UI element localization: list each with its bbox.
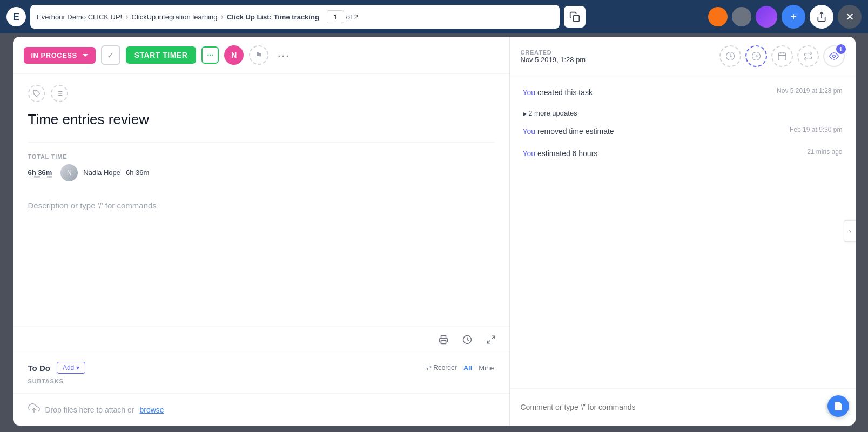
svg-line-12 bbox=[487, 341, 490, 343]
add-button[interactable]: + bbox=[782, 5, 805, 29]
start-timer-label: START TIMER bbox=[134, 51, 188, 59]
ellipsis-icon: ··· bbox=[207, 51, 213, 59]
expand-icon[interactable] bbox=[483, 332, 499, 347]
filter-mine-button[interactable]: Mine bbox=[479, 364, 494, 372]
browse-link[interactable]: browse bbox=[139, 406, 164, 414]
time-tracking-icon-button[interactable] bbox=[719, 45, 741, 67]
description-field[interactable]: Description or type '/' for commands bbox=[28, 192, 494, 219]
activity-item-0: You created this task Nov 5 2019 at 1:28… bbox=[523, 87, 843, 98]
right-panel: CREATED Nov 5 2019, 1:28 pm bbox=[510, 37, 856, 426]
right-panel-header: CREATED Nov 5 2019, 1:28 pm bbox=[510, 37, 856, 76]
attach-area: Drop files here to attach or browse bbox=[13, 393, 509, 426]
activity-actor-2: You bbox=[523, 149, 536, 158]
subtasks-label: SUBTASKS bbox=[28, 378, 494, 384]
activity-time-2: 21 mins ago bbox=[807, 148, 842, 156]
activity-text-2: You estimated 6 hours bbox=[523, 148, 598, 159]
notes-fab-button[interactable] bbox=[827, 395, 849, 417]
assignee-avatar[interactable]: N bbox=[224, 45, 244, 65]
modal-overlay: IN PROCESS ✓ START TIMER ··· N ⚑ ··· bbox=[0, 33, 868, 432]
breadcrumb-section[interactable]: ClickUp integration learning bbox=[132, 13, 218, 21]
todo-filters: ⇄ Reorder All Mine bbox=[426, 364, 494, 372]
total-time-label: TOTAL TIME bbox=[28, 153, 494, 160]
timer-icon-button[interactable] bbox=[745, 45, 767, 67]
activity-item-1: You removed time estimate Feb 19 at 9:30… bbox=[523, 126, 843, 137]
page-of-label: of bbox=[346, 13, 352, 21]
toolbar-more-button[interactable]: ··· bbox=[274, 45, 293, 65]
attach-text: Drop files here to attach or bbox=[45, 406, 134, 414]
print-icon[interactable] bbox=[436, 332, 451, 347]
user-time-entry: N Nadia Hope 6h 36m bbox=[60, 164, 149, 181]
status-button[interactable]: IN PROCESS bbox=[24, 47, 96, 64]
user-avatar-main bbox=[756, 6, 777, 28]
activity-actor-1: You bbox=[523, 127, 536, 136]
time-row: 6h 36m N Nadia Hope 6h 36m bbox=[28, 164, 494, 181]
close-button[interactable]: ✕ bbox=[838, 5, 862, 29]
nav-right-actions: + ✕ bbox=[708, 5, 862, 29]
flag-icon: ⚑ bbox=[255, 50, 263, 60]
list-icon[interactable] bbox=[51, 85, 68, 102]
comment-input[interactable] bbox=[521, 403, 820, 411]
status-arrow-icon bbox=[83, 54, 88, 57]
page-number-input[interactable] bbox=[327, 10, 344, 23]
share-button[interactable] bbox=[810, 5, 833, 29]
user-name: Nadia Hope bbox=[83, 168, 120, 177]
user-avatar: N bbox=[60, 164, 78, 181]
calendar-icon-button[interactable] bbox=[771, 45, 793, 67]
activity-actor-0: You bbox=[523, 88, 536, 97]
task-content-area: Time entries review TOTAL TIME 6h 36m N … bbox=[13, 74, 509, 326]
add-subtask-button[interactable]: Add ▾ bbox=[57, 362, 85, 374]
editor-bottom-toolbar bbox=[13, 326, 509, 353]
created-info: CREATED Nov 5 2019, 1:28 pm bbox=[521, 49, 586, 64]
task-meta-icons bbox=[28, 85, 494, 102]
upload-icon bbox=[28, 402, 40, 417]
reorder-button[interactable]: ⇄ Reorder bbox=[426, 364, 457, 372]
priority-flag-button[interactable]: ⚑ bbox=[249, 45, 268, 65]
task-title: Time entries review bbox=[28, 111, 494, 129]
activity-item-2: You estimated 6 hours 21 mins ago bbox=[523, 148, 843, 159]
breadcrumb-task[interactable]: Click Up List: Time tracking bbox=[227, 13, 319, 21]
activity-text-0: You created this task bbox=[523, 87, 593, 98]
breadcrumb: Everhour Demo CLICK UP! › ClickUp integr… bbox=[30, 5, 560, 29]
activity-time-0: Nov 5 2019 at 1:28 pm bbox=[777, 87, 842, 94]
watcher-count-badge: 1 bbox=[836, 44, 846, 54]
filter-all-button[interactable]: All bbox=[463, 364, 473, 372]
created-date: Nov 5 2019, 1:28 pm bbox=[521, 56, 586, 64]
copy-link-button[interactable] bbox=[564, 6, 586, 28]
todo-title: To Do bbox=[28, 363, 50, 373]
repeat-icon-button[interactable] bbox=[797, 45, 819, 67]
history-icon[interactable] bbox=[460, 332, 475, 347]
activity-text-1: You removed time estimate bbox=[523, 126, 614, 137]
task-toolbar: IN PROCESS ✓ START TIMER ··· N ⚑ ··· bbox=[13, 37, 509, 74]
todo-section: To Do Add ▾ ⇄ Reorder All Mine SUBTASKS bbox=[13, 353, 509, 393]
app-logo[interactable]: E bbox=[6, 7, 26, 26]
breadcrumb-home[interactable]: Everhour Demo CLICK UP! bbox=[37, 13, 122, 21]
user-avatar-2 bbox=[732, 7, 751, 26]
created-label: CREATED bbox=[521, 49, 586, 56]
more-dots-icon: ··· bbox=[278, 49, 290, 62]
pagination: of 2 bbox=[327, 10, 358, 23]
left-panel: IN PROCESS ✓ START TIMER ··· N ⚑ ··· bbox=[13, 37, 510, 426]
comment-area bbox=[510, 388, 856, 426]
svg-rect-18 bbox=[778, 53, 786, 60]
user-avatar-1 bbox=[708, 7, 728, 26]
task-modal: IN PROCESS ✓ START TIMER ··· N ⚑ ··· bbox=[13, 37, 856, 426]
activity-feed: You created this task Nov 5 2019 at 1:28… bbox=[510, 76, 856, 388]
user-time-value: 6h 36m bbox=[126, 168, 149, 177]
breadcrumb-sep-2: › bbox=[221, 12, 224, 22]
tag-icon[interactable] bbox=[28, 85, 45, 102]
top-navigation-bar: E Everhour Demo CLICK UP! › ClickUp inte… bbox=[0, 0, 868, 33]
complete-button[interactable]: ✓ bbox=[101, 45, 120, 65]
collapse-panel-button[interactable]: › bbox=[844, 220, 856, 242]
page-total: 2 bbox=[354, 13, 358, 21]
svg-rect-9 bbox=[441, 341, 446, 344]
check-icon: ✓ bbox=[107, 50, 114, 60]
start-timer-button[interactable]: START TIMER bbox=[126, 46, 197, 64]
total-time-value[interactable]: 6h 36m bbox=[28, 168, 52, 177]
timer-more-button[interactable]: ··· bbox=[201, 46, 219, 64]
more-updates[interactable]: 2 more updates bbox=[523, 109, 843, 117]
todo-header: To Do Add ▾ ⇄ Reorder All Mine bbox=[28, 362, 494, 374]
svg-rect-0 bbox=[574, 16, 580, 22]
breadcrumb-sep-1: › bbox=[125, 12, 128, 22]
watchers-button[interactable]: 1 bbox=[823, 45, 845, 67]
svg-line-11 bbox=[492, 336, 494, 339]
